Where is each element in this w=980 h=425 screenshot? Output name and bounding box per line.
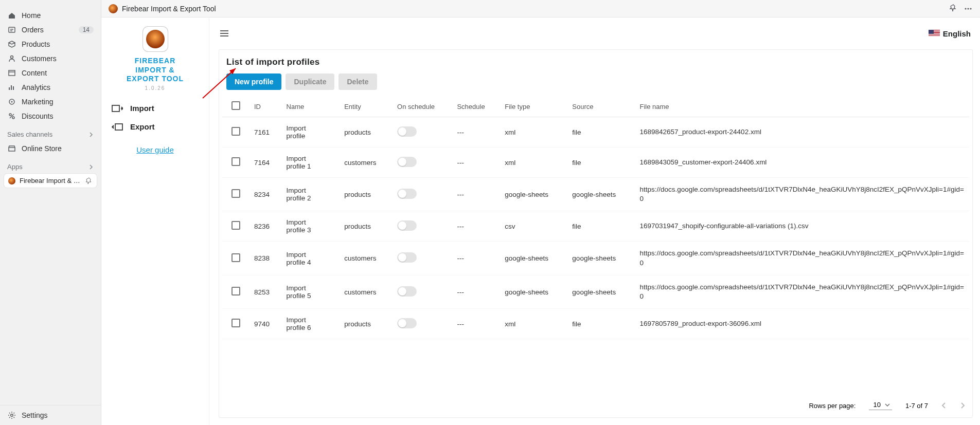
row-checkbox[interactable] [231,319,240,327]
rows-per-page-select[interactable]: 10 [869,401,892,410]
schedule-toggle[interactable] [397,318,417,328]
row-checkbox[interactable] [231,287,240,295]
cell-name: Import profile 2 [281,178,340,211]
cell-entity: products [339,117,392,147]
sidebar-item-label: Discounts [22,112,53,120]
col-filetype[interactable]: File type [500,96,567,117]
cell-entity: products [339,178,392,211]
col-entity[interactable]: Entity [339,96,392,117]
pin-icon[interactable] [949,4,958,13]
cell-id: 7161 [249,117,281,147]
sidebar-online-store[interactable]: Online Store [0,141,101,156]
app-title: Firebear Import & Export Tool [122,5,216,13]
caret-down-icon [885,403,890,406]
col-schedule[interactable]: Schedule [452,96,500,117]
table-row[interactable]: 9740Import profile 6products---xmlfile16… [222,309,969,339]
cell-filename: 1697805789_product-export-36096.xml [634,309,969,339]
app-firebear-row[interactable]: Firebear Import & Exp... [4,174,97,188]
duplicate-button[interactable]: Duplicate [286,73,334,90]
firebear-logo-icon [109,4,118,13]
cell-source: file [567,309,634,339]
apps-header[interactable]: Apps [0,156,101,174]
cell-name: Import profile 6 [281,309,340,339]
cell-filetype: google-sheets [500,242,567,275]
analytics-icon [7,83,16,92]
schedule-toggle[interactable] [397,189,417,199]
export-icon [112,122,123,132]
new-profile-button[interactable]: New profile [226,73,281,90]
cell-entity: customers [339,242,392,275]
svg-point-7 [11,414,13,417]
sidebar-item-discounts[interactable]: Discounts [0,109,101,123]
cell-entity: customers [339,275,392,308]
schedule-toggle[interactable] [397,126,417,137]
schedule-toggle[interactable] [397,157,417,167]
col-id[interactable]: ID [249,96,281,117]
table-row[interactable]: 7164Import profile 1customers---xmlfile1… [222,147,969,178]
prev-page-button[interactable] [941,402,947,409]
cell-onschedule [392,178,452,211]
row-checkbox[interactable] [231,189,240,198]
pin-icon[interactable] [85,177,93,184]
cell-schedule: --- [452,117,500,147]
cell-filename: https://docs.google.com/spreadsheets/d/1… [634,275,969,308]
sidebar-item-products[interactable]: Products [0,37,101,51]
table-row[interactable]: 8238Import profile 4customers---google-s… [222,242,969,275]
app-firebear-label: Firebear Import & Exp... [20,177,81,184]
sidebar-item-orders[interactable]: Orders14 [0,23,101,37]
cell-source: google-sheets [567,178,634,211]
schedule-toggle[interactable] [397,252,417,263]
table-row[interactable]: 7161Import profileproducts---xmlfile1689… [222,117,969,147]
marketing-icon [7,97,16,106]
cell-schedule: --- [452,147,500,178]
firebear-logo [143,27,168,51]
sidebar-item-analytics[interactable]: Analytics [0,80,101,95]
more-icon[interactable] [964,4,973,13]
profiles-table-scroll[interactable]: ID Name Entity On schedule Schedule File… [222,96,969,395]
delete-button[interactable]: Delete [338,73,377,90]
sidebar-item-customers[interactable]: Customers [0,51,101,66]
chevron-right-icon [88,132,94,137]
col-filename[interactable]: File name [634,96,969,117]
sidebar-settings[interactable]: Settings [0,405,101,425]
cell-filename: 1689842657_product-export-24402.xml [634,117,969,147]
cell-filetype: google-sheets [500,275,567,308]
user-guide-link[interactable]: User guide [136,145,174,154]
sidebar-item-home[interactable]: Home [0,8,101,23]
col-onschedule[interactable]: On schedule [392,96,452,117]
cell-filetype: google-sheets [500,178,567,211]
cell-source: google-sheets [567,275,634,308]
firebear-logo-icon [8,177,15,184]
cell-onschedule [392,309,452,339]
nav-import[interactable]: Import [101,99,209,118]
cell-filetype: xml [500,309,567,339]
cell-source: file [567,117,634,147]
sidebar-item-content[interactable]: Content [0,66,101,80]
sales-channels-header[interactable]: Sales channels [0,123,101,141]
col-name[interactable]: Name [281,96,340,117]
table-row[interactable]: 8234Import profile 2products---google-sh… [222,178,969,211]
cell-entity: products [339,309,392,339]
col-source[interactable]: Source [567,96,634,117]
row-checkbox[interactable] [231,253,240,262]
row-checkbox[interactable] [231,221,240,230]
table-row[interactable]: 8253Import profile 5customers---google-s… [222,275,969,308]
products-icon [7,40,16,49]
schedule-toggle[interactable] [397,220,417,231]
cell-filetype: xml [500,147,567,178]
cell-source: google-sheets [567,242,634,275]
svg-rect-2 [9,70,15,76]
cell-filename: https://docs.google.com/spreadsheets/d/1… [634,242,969,275]
language-selector[interactable]: English [929,29,971,38]
schedule-toggle[interactable] [397,286,417,297]
cell-name: Import profile 1 [281,147,340,178]
nav-export[interactable]: Export [101,118,209,136]
table-row[interactable]: 8236Import profile 3products---csvfile16… [222,211,969,242]
hamburger-icon[interactable] [219,28,230,39]
next-page-button[interactable] [960,402,965,409]
select-all-checkbox[interactable] [231,101,240,110]
sidebar-item-marketing[interactable]: Marketing [0,95,101,109]
row-checkbox[interactable] [231,157,240,166]
svg-point-4 [11,101,13,103]
row-checkbox[interactable] [231,127,240,136]
